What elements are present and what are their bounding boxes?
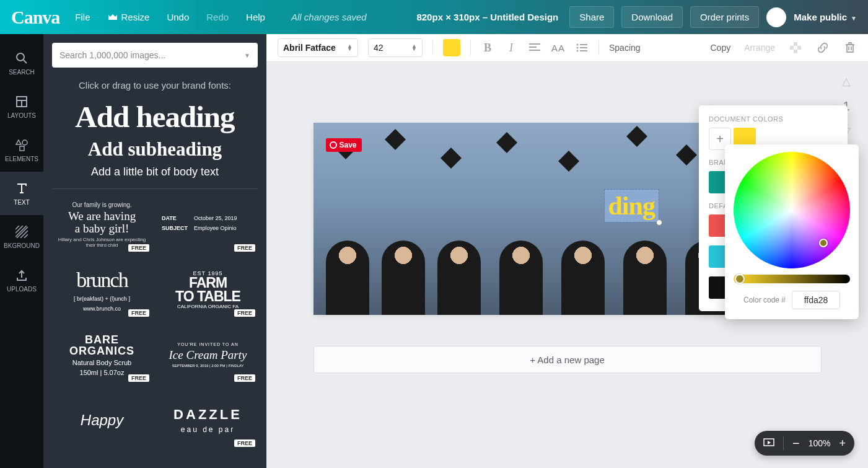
font-size-select[interactable]: 42▲▼ [368,38,423,57]
nav-background[interactable]: BKGROUND [0,215,43,258]
canva-logo[interactable]: Canva [11,7,59,28]
side-nav: SEARCH LAYOUTS ELEMENTS TEXT BKGROUND UP… [0,34,43,468]
zoom-out-button[interactable]: − [792,436,800,451]
italic-button[interactable]: I [504,42,518,55]
svg-rect-7 [20,146,24,151]
menu-file[interactable]: File [75,12,90,22]
brightness-slider[interactable] [734,275,850,283]
text-toolbar: Abril Fatface▲▼ 42▲▼ B I AA Spacing Copy… [266,34,868,62]
make-public-button[interactable]: Make public▼ [794,12,857,22]
svg-marker-5 [16,140,21,144]
copy-button[interactable]: Copy [711,43,731,53]
nav-elements[interactable]: ELEMENTS [0,128,43,172]
user-avatar[interactable] [766,7,786,27]
search-icon [15,51,28,65]
transparency-button[interactable] [789,42,802,53]
section-label: DOCUMENT COLORS [709,115,838,123]
template-item[interactable]: Our family is growing.We are havinga bab… [52,195,152,254]
color-picker: Color code # [725,144,859,319]
svg-point-10 [577,50,579,52]
text-template-grid: Our family is growing.We are havinga bab… [52,195,258,468]
svg-point-8 [577,44,579,46]
template-item[interactable]: DATEOctober 25, 2019SUBJECTEmployee Opin… [158,195,258,254]
uppercase-button[interactable]: AA [551,43,565,53]
template-item[interactable]: YOU'RE INVITED TO ANIce Cream PartySEPTE… [158,325,258,384]
prev-page-icon[interactable]: △ [842,74,851,88]
color-code-label: Color code # [743,296,786,304]
document-title[interactable]: 820px × 310px – Untitled Design [416,12,558,22]
svg-point-9 [577,47,579,49]
elements-icon [15,138,28,152]
order-prints-button[interactable]: Order prints [690,6,759,28]
template-item[interactable]: Happy [52,391,152,449]
slider-handle[interactable] [735,274,745,284]
header-right: 820px × 310px – Untitled Design Share Do… [416,6,857,28]
main-area: Abril Fatface▲▼ 42▲▼ B I AA Spacing Copy… [266,34,868,468]
menu-help[interactable]: Help [246,12,265,22]
text-panel: Search 1,000,000 images...▼ Click or dra… [43,34,266,468]
sort-icon: ▲▼ [411,45,417,51]
sort-icon: ▲▼ [347,45,353,51]
chevron-down-icon: ▼ [851,15,857,22]
menu-resize[interactable]: Resize [108,12,150,22]
list-button[interactable] [575,43,589,52]
color-wheel[interactable] [734,152,850,268]
svg-point-0 [17,53,24,61]
present-button[interactable] [763,438,774,448]
crown-icon [108,14,118,21]
background-icon [15,225,28,239]
spacing-button[interactable]: Spacing [609,43,641,53]
selected-text-element[interactable]: ding [605,190,659,222]
color-code-input[interactable] [792,291,840,309]
svg-rect-12 [790,42,794,46]
text-color-button[interactable] [443,39,460,56]
nav-uploads[interactable]: UPLOADS [0,258,43,302]
zoom-in-button[interactable]: + [839,437,846,450]
zoom-toolbar: − 100% + [755,431,854,456]
resize-handle[interactable] [656,219,662,226]
zoom-level[interactable]: 100% [809,438,831,448]
arrange-button[interactable]: Arrange [744,43,775,53]
save-status: All changes saved [291,12,367,22]
template-item[interactable]: brunch[ br(eakfast) + (l)unch ]www.brunc… [52,260,152,319]
nav-text[interactable]: TEXT [0,172,43,215]
template-item[interactable]: This award is presented toJAMES LOUISK. … [158,456,258,468]
delete-button[interactable] [843,42,857,53]
image-search-input[interactable]: Search 1,000,000 images...▼ [52,43,258,68]
menu-undo[interactable]: Undo [167,12,189,22]
menu-redo[interactable]: Redo [206,12,229,22]
bold-button[interactable]: B [481,42,494,55]
svg-rect-14 [794,46,797,50]
text-icon [15,182,28,195]
upload-icon [15,268,28,282]
svg-rect-13 [797,42,801,46]
nav-search[interactable]: SEARCH [0,42,43,85]
svg-line-1 [24,60,27,63]
download-button[interactable]: Download [621,6,683,28]
template-item[interactable]: BAREORGANICSNatural Body Scrub150ml | 5.… [52,325,152,384]
add-page-button[interactable]: + Add a new page [313,346,822,373]
template-item[interactable]: EST 1995FARMTO TABLECALIFORNIA ORGANIC F… [158,260,258,319]
panel-hint: Click or drag to use your brand fonts: [52,80,258,91]
dropdown-icon: ▼ [244,52,250,59]
align-button[interactable] [528,43,541,52]
svg-rect-16 [797,50,801,53]
color-wheel-handle[interactable] [819,239,828,247]
font-family-select[interactable]: Abril Fatface▲▼ [278,38,358,57]
app-header: Canva File Resize Undo Redo Help All cha… [0,0,868,34]
add-subheading-button[interactable]: Add subheading [52,138,258,161]
pinterest-save-button[interactable]: Save [326,138,362,152]
svg-point-6 [22,140,27,145]
share-button[interactable]: Share [569,6,614,28]
add-body-text-button[interactable]: Add a little bit of body text [52,166,258,179]
template-item[interactable] [52,456,152,468]
template-item[interactable]: DAZZLEeau de parFREE [158,391,258,449]
svg-rect-15 [790,50,794,53]
link-button[interactable] [816,42,830,53]
layouts-icon [15,95,28,108]
nav-layouts[interactable]: LAYOUTS [0,85,43,128]
add-heading-button[interactable]: Add heading [52,99,258,135]
main-menu: File Resize Undo Redo Help All changes s… [75,12,366,22]
